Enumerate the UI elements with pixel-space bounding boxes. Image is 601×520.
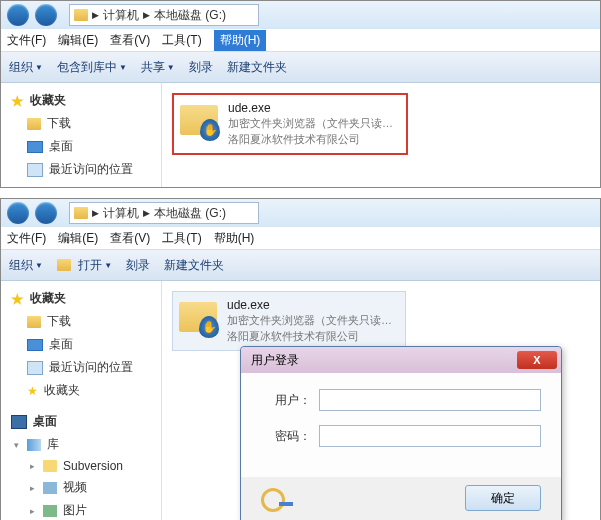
recent-icon xyxy=(27,163,43,177)
dialog-title: 用户登录 xyxy=(251,352,299,369)
video-icon xyxy=(43,482,57,494)
menu-bar: 文件(F) 编辑(E) 查看(V) 工具(T) 帮助(H) xyxy=(1,29,600,52)
password-label: 密码： xyxy=(261,428,311,445)
folder-icon xyxy=(74,9,88,21)
forward-button[interactable] xyxy=(35,202,57,224)
breadcrumb-disk[interactable]: 本地磁盘 (G:) xyxy=(154,205,226,222)
breadcrumb-computer[interactable]: 计算机 xyxy=(103,205,139,222)
content-area: ★收藏夹 下载 桌面 最近访问的位置 ✋ ude.exe 加密文件夹浏览器（文件… xyxy=(1,83,600,187)
sidebar-favorites[interactable]: ★收藏夹 xyxy=(1,287,161,310)
sidebar-subversion[interactable]: ▸Subversion xyxy=(1,456,161,476)
sidebar-videos[interactable]: ▸视频 xyxy=(1,476,161,499)
menu-edit[interactable]: 编辑(E) xyxy=(58,230,98,247)
menu-tools[interactable]: 工具(T) xyxy=(162,32,201,49)
sidebar-recent[interactable]: 最近访问的位置 xyxy=(1,356,161,379)
sidebar-desktop-section[interactable]: 桌面 xyxy=(1,410,161,433)
ok-button[interactable]: 确定 xyxy=(465,485,541,511)
new-folder-button[interactable]: 新建文件夹 xyxy=(227,59,287,76)
breadcrumb-disk[interactable]: 本地磁盘 (G:) xyxy=(154,7,226,24)
expand-icon[interactable]: ▸ xyxy=(27,483,37,493)
sidebar-pictures[interactable]: ▸图片 xyxy=(1,499,161,520)
sidebar-desktop[interactable]: 桌面 xyxy=(1,135,161,158)
share-button[interactable]: 共享▼ xyxy=(141,59,175,76)
shield-icon: ✋ xyxy=(199,316,219,338)
sidebar: ★收藏夹 下载 桌面 最近访问的位置 ★收藏夹 桌面 ▾库 ▸Subversio… xyxy=(1,281,162,520)
organize-button[interactable]: 组织▼ xyxy=(9,257,43,274)
user-row: 用户： xyxy=(261,389,541,411)
toolbar: 组织▼ 打开▼ 刻录 新建文件夹 xyxy=(1,250,600,281)
include-library-button[interactable]: 包含到库中▼ xyxy=(57,59,127,76)
expand-icon[interactable]: ▸ xyxy=(27,506,37,516)
file-name: ude.exe xyxy=(228,101,393,115)
recent-icon xyxy=(27,361,43,375)
toolbar: 组织▼ 包含到库中▼ 共享▼ 刻录 新建文件夹 xyxy=(1,52,600,83)
picture-icon xyxy=(43,505,57,517)
sidebar: ★收藏夹 下载 桌面 最近访问的位置 xyxy=(1,83,162,187)
chevron-down-icon: ▼ xyxy=(35,261,43,270)
menu-file[interactable]: 文件(F) xyxy=(7,32,46,49)
password-row: 密码： xyxy=(261,425,541,447)
login-dialog: 用户登录 X 用户： 密码： 确定 xyxy=(240,346,562,520)
titlebar: ▶ 计算机 ▶ 本地磁盘 (G:) xyxy=(1,1,600,29)
breadcrumb[interactable]: ▶ 计算机 ▶ 本地磁盘 (G:) xyxy=(69,4,259,26)
file-company: 洛阳夏冰软件技术有限公司 xyxy=(227,329,392,344)
explorer-window-1: ▶ 计算机 ▶ 本地磁盘 (G:) 文件(F) 编辑(E) 查看(V) 工具(T… xyxy=(0,0,601,188)
sidebar-favorites[interactable]: ★收藏夹 xyxy=(1,89,161,112)
breadcrumb[interactable]: ▶ 计算机 ▶ 本地磁盘 (G:) xyxy=(69,202,259,224)
breadcrumb-computer[interactable]: 计算机 xyxy=(103,7,139,24)
back-button[interactable] xyxy=(7,4,29,26)
folder-icon xyxy=(74,207,88,219)
folder-icon xyxy=(27,316,41,328)
shield-icon: ✋ xyxy=(200,119,220,141)
expand-icon[interactable]: ▸ xyxy=(27,461,37,471)
key-icon xyxy=(261,486,293,510)
user-label: 用户： xyxy=(261,392,311,409)
menu-bar: 文件(F) 编辑(E) 查看(V) 工具(T) 帮助(H) xyxy=(1,227,600,250)
file-item-ude[interactable]: ✋ ude.exe 加密文件夹浏览器（文件夹只读… 洛阳夏冰软件技术有限公司 xyxy=(172,93,408,155)
dialog-footer: 确定 xyxy=(241,477,561,520)
chevron-right-icon: ▶ xyxy=(143,208,150,218)
organize-button[interactable]: 组织▼ xyxy=(9,59,43,76)
close-button[interactable]: X xyxy=(517,351,557,369)
file-icon: ✋ xyxy=(180,101,220,141)
burn-button[interactable]: 刻录 xyxy=(126,257,150,274)
monitor-icon xyxy=(11,415,27,429)
menu-help[interactable]: 帮助(H) xyxy=(214,230,255,247)
collapse-icon[interactable]: ▾ xyxy=(11,440,21,450)
menu-file[interactable]: 文件(F) xyxy=(7,230,46,247)
menu-tools[interactable]: 工具(T) xyxy=(162,230,201,247)
folder-icon xyxy=(57,259,71,271)
file-description: 加密文件夹浏览器（文件夹只读… xyxy=(228,116,393,131)
star-icon: ★ xyxy=(11,93,24,109)
file-item-ude[interactable]: ✋ ude.exe 加密文件夹浏览器（文件夹只读… 洛阳夏冰软件技术有限公司 xyxy=(172,291,406,351)
forward-button[interactable] xyxy=(35,4,57,26)
desktop-icon xyxy=(27,141,43,153)
password-input[interactable] xyxy=(319,425,541,447)
file-company: 洛阳夏冰软件技术有限公司 xyxy=(228,132,393,147)
back-button[interactable] xyxy=(7,202,29,224)
chevron-right-icon: ▶ xyxy=(92,208,99,218)
folder-icon xyxy=(27,118,41,130)
star-icon: ★ xyxy=(11,291,24,307)
burn-button[interactable]: 刻录 xyxy=(189,59,213,76)
file-name: ude.exe xyxy=(227,298,392,312)
new-folder-button[interactable]: 新建文件夹 xyxy=(164,257,224,274)
menu-edit[interactable]: 编辑(E) xyxy=(58,32,98,49)
folder-icon xyxy=(43,460,57,472)
user-input[interactable] xyxy=(319,389,541,411)
dialog-titlebar[interactable]: 用户登录 X xyxy=(241,347,561,373)
menu-view[interactable]: 查看(V) xyxy=(110,230,150,247)
menu-help[interactable]: 帮助(H) xyxy=(214,30,267,51)
chevron-right-icon: ▶ xyxy=(92,10,99,20)
sidebar-libraries[interactable]: ▾库 xyxy=(1,433,161,456)
menu-view[interactable]: 查看(V) xyxy=(110,32,150,49)
sidebar-downloads[interactable]: 下载 xyxy=(1,112,161,135)
sidebar-recent[interactable]: 最近访问的位置 xyxy=(1,158,161,181)
star-icon: ★ xyxy=(27,384,38,398)
sidebar-downloads[interactable]: 下载 xyxy=(1,310,161,333)
open-button[interactable]: 打开▼ xyxy=(57,257,112,274)
sidebar-favorites-2[interactable]: ★收藏夹 xyxy=(1,379,161,402)
sidebar-desktop[interactable]: 桌面 xyxy=(1,333,161,356)
file-pane[interactable]: ✋ ude.exe 加密文件夹浏览器（文件夹只读… 洛阳夏冰软件技术有限公司 xyxy=(162,83,600,187)
chevron-down-icon: ▼ xyxy=(167,63,175,72)
